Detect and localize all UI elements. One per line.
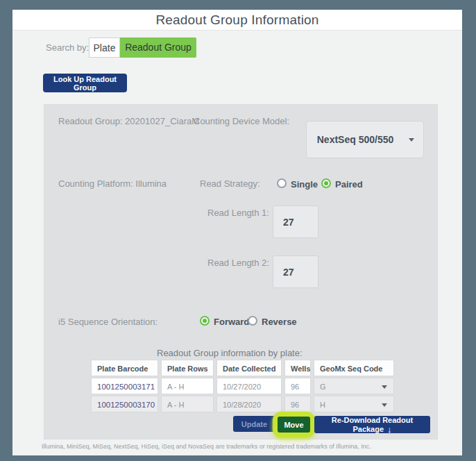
plate-table: Plate Barcode Plate Rows Date Collected … (91, 360, 394, 412)
counting-device-model-label: Counting Device Model: (194, 116, 289, 126)
move-button[interactable]: Move (278, 417, 310, 433)
read-strategy-single-label: Single (291, 179, 318, 190)
update-button[interactable]: Update (233, 416, 275, 432)
download-icon: ↓ (387, 424, 392, 435)
col-header-geomx-seq-code: GeoMx Seq Code (314, 360, 394, 376)
radio-read-strategy-paired[interactable] (321, 178, 331, 188)
move-button-highlight-annotation: Move (273, 412, 315, 437)
redownload-label: Re-Download Readout Package (332, 416, 413, 433)
date-collected-cell: 10/28/2020 (216, 396, 282, 412)
radio-i5-reverse[interactable] (248, 316, 257, 326)
counting-platform-label: Counting Platform: Illumina (58, 178, 167, 189)
i5-sequence-orientation-label: i5 Sequence Orientation: (58, 317, 158, 327)
col-header-wells: Wells (284, 360, 311, 376)
wells-cell: 96 (284, 378, 311, 394)
read-length-1-value: 27 (283, 206, 294, 237)
geomx-seq-code-select[interactable]: H (314, 396, 394, 412)
search-by-label: Search by: (46, 42, 89, 53)
app-frame: Readout Group Information Search by: Pla… (0, 0, 476, 461)
col-header-plate-barcode: Plate Barcode (91, 360, 158, 376)
counting-device-model-value: NextSeq 500/550 (307, 121, 404, 158)
look-up-readout-group-button[interactable]: Look Up Readout Group (43, 74, 127, 92)
readout-group-page: Readout Group Information Search by: Pla… (12, 10, 462, 455)
i5-forward-label: Forward (214, 317, 249, 327)
plate-barcode-link[interactable]: 1001250003170 (91, 396, 158, 412)
chevron-down-icon (409, 138, 414, 142)
plate-barcode-link[interactable]: 1001250003171 (91, 378, 158, 394)
read-length-2-input[interactable]: 27 (273, 255, 318, 288)
col-header-date-collected: Date Collected (216, 360, 282, 376)
read-length-1-label: Read Length 1: (207, 208, 269, 218)
illumina-trademark-text: Illumina, MiniSeq, MiSeq, NextSeq, HiSeq… (42, 443, 371, 450)
page-title: Readout Group Information (12, 10, 462, 31)
chevron-down-icon (382, 385, 387, 389)
geomx-seq-code-value: H (320, 401, 325, 409)
chevron-down-icon (382, 403, 387, 407)
radio-read-strategy-single[interactable] (277, 178, 287, 188)
redownload-readout-package-button[interactable]: Re-Download Readout Package↓ (314, 416, 430, 433)
readout-group-name-label: Readout Group: 20201027_CiaraM (58, 116, 199, 126)
geomx-seq-code-value: G (320, 383, 326, 391)
read-length-1-input[interactable]: 27 (273, 206, 318, 238)
tab-readout-group[interactable]: Readout Group (120, 37, 196, 58)
plate-table-caption: Readout Group information by plate: (157, 348, 303, 358)
i5-reverse-label: Reverse (262, 317, 297, 327)
counting-device-model-select[interactable]: NextSeq 500/550 (306, 121, 424, 158)
read-length-2-value: 27 (283, 256, 294, 287)
radio-i5-forward[interactable] (200, 316, 210, 326)
read-strategy-paired-label: Paired (335, 179, 363, 190)
plate-rows-cell: A - H (161, 396, 214, 412)
page-header: Readout Group Information (12, 10, 462, 31)
date-collected-cell: 10/27/2020 (216, 378, 282, 394)
plate-rows-cell: A - H (161, 378, 214, 394)
read-length-2-label: Read Length 2: (207, 258, 269, 268)
readout-group-panel: Readout Group: 20201027_CiaraM Counting … (44, 104, 438, 439)
geomx-seq-code-select[interactable]: G (314, 378, 394, 394)
col-header-plate-rows: Plate Rows (161, 360, 214, 376)
read-strategy-label: Read Strategy: (200, 178, 260, 189)
tab-plate[interactable]: Plate (89, 37, 120, 58)
wells-cell: 96 (284, 396, 311, 412)
